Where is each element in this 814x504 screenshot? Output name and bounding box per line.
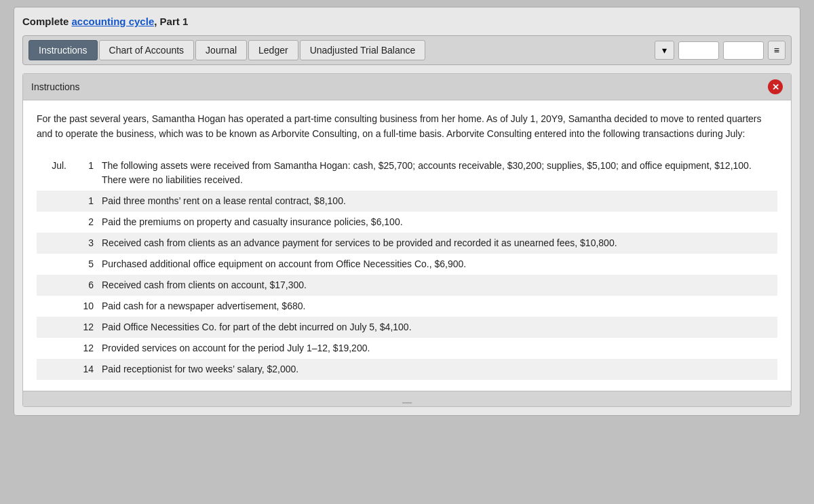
transaction-day: 2 [71,212,98,233]
transaction-day: 6 [71,275,98,296]
table-row: 10Paid cash for a newspaper advertisemen… [37,296,777,317]
transaction-day: 10 [71,296,98,317]
table-row: 12Paid Office Necessities Co. for part o… [37,317,777,338]
transaction-description: Paid the premiums on property and casual… [98,212,777,233]
tab-chart-of-accounts[interactable]: Chart of Accounts [99,40,195,60]
transaction-month [37,254,71,275]
transaction-description: Provided services on account for the per… [98,338,777,359]
transaction-description: Received cash from clients on account, $… [98,275,777,296]
menu-button[interactable]: ≡ [768,41,786,60]
table-row: 1Paid three months’ rent on a lease rent… [37,191,777,212]
panel-header: Instructions ✕ [23,74,791,100]
table-row: 14Paid receptionist for two weeks’ salar… [37,359,777,380]
title-prefix: Complete [22,16,72,27]
transaction-day: 14 [71,359,98,380]
tab-ledger[interactable]: Ledger [248,40,298,60]
tab-unadjusted-trial-balance[interactable]: Unadjusted Trial Balance [300,40,426,60]
transaction-day: 12 [71,317,98,338]
tab-input-field-2[interactable] [723,41,764,60]
transaction-day: 3 [71,233,98,254]
page-title: Complete accounting cycle, Part 1 [22,16,792,27]
dropdown-button[interactable]: ▾ [655,41,674,60]
transactions-table: Jul.1The following assets were received … [37,155,777,380]
transaction-description: Paid cash for a newspaper advertisement,… [98,296,777,317]
transaction-description: Purchased additional office equipment on… [98,254,777,275]
table-row: 5Purchased additional office equipment o… [37,254,777,275]
table-row: 6Received cash from clients on account, … [37,275,777,296]
transaction-month [37,191,71,212]
table-row: 12Provided services on account for the p… [37,338,777,359]
transaction-month [37,233,71,254]
transaction-description: Received cash from clients as an advance… [98,233,777,254]
transaction-month [37,212,71,233]
tab-journal[interactable]: Journal [195,40,247,60]
transaction-month: Jul. [37,155,71,191]
outer-container: Complete accounting cycle, Part 1 Instru… [14,7,800,416]
transaction-description: Paid receptionist for two weeks’ salary,… [98,359,777,380]
transaction-description: Paid Office Necessities Co. for part of … [98,317,777,338]
transaction-month [37,296,71,317]
accounting-cycle-link[interactable]: accounting cycle [72,16,155,27]
transaction-month [37,338,71,359]
transaction-description: Paid three months’ rent on a lease renta… [98,191,777,212]
transaction-month [37,275,71,296]
transaction-description: The following assets were received from … [98,155,777,191]
transaction-day: 5 [71,254,98,275]
instructions-panel: Instructions ✕ For the past several year… [22,73,792,407]
transaction-day: 1 [71,155,98,191]
transaction-day: 12 [71,338,98,359]
table-row: 2Paid the premiums on property and casua… [37,212,777,233]
transaction-day: 1 [71,191,98,212]
intro-paragraph: For the past several years, Samantha Hog… [37,111,777,142]
tab-instructions[interactable]: Instructions [28,40,98,60]
tab-bar: Instructions Chart of Accounts Journal L… [22,35,792,65]
transaction-month [37,317,71,338]
close-button[interactable]: ✕ [768,79,783,94]
panel-body: For the past several years, Samantha Hog… [23,100,791,391]
transaction-month [37,359,71,380]
panel-header-title: Instructions [31,81,80,92]
scrollbar-hint[interactable]: ⎯⎯ [23,391,791,406]
table-row: 3Received cash from clients as an advanc… [37,233,777,254]
title-suffix: , Part 1 [154,16,188,27]
tab-input-field[interactable] [678,41,719,60]
table-row: Jul.1The following assets were received … [37,155,777,191]
